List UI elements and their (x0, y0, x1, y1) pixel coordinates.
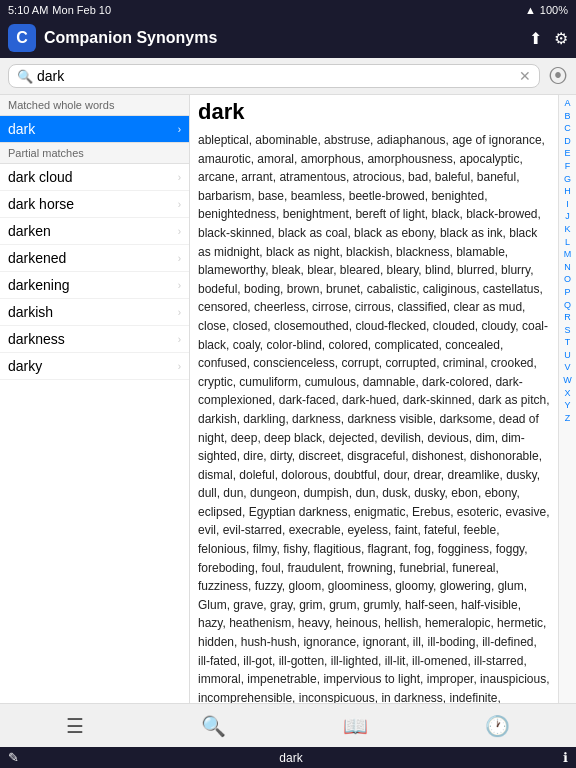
alpha-letter-s[interactable]: S (559, 324, 576, 337)
alpha-letter-d[interactable]: D (559, 135, 576, 148)
alpha-letter-e[interactable]: E (559, 147, 576, 160)
alpha-letter-k[interactable]: K (559, 223, 576, 236)
alpha-letter-h[interactable]: H (559, 185, 576, 198)
chevron-right-icon: › (178, 199, 181, 210)
chevron-right-icon: › (178, 172, 181, 183)
partial-item[interactable]: dark horse› (0, 191, 189, 218)
pencil-icon[interactable]: ✎ (8, 750, 19, 765)
alpha-letter-v[interactable]: V (559, 361, 576, 374)
partial-item[interactable]: darkened› (0, 245, 189, 272)
partial-item[interactable]: dark cloud› (0, 164, 189, 191)
search-input-wrapper: 🔍 ✕ (8, 64, 540, 88)
app-icon: C (8, 24, 36, 52)
bottom-word-label: dark (279, 751, 302, 765)
chevron-right-icon: › (178, 361, 181, 372)
header-icons: ⬆ ⚙ (529, 29, 568, 48)
alpha-letter-z[interactable]: Z (559, 412, 576, 425)
alpha-letter-c[interactable]: C (559, 122, 576, 135)
alpha-letter-g[interactable]: G (559, 173, 576, 186)
content-area: Matched whole words dark › Partial match… (0, 95, 576, 703)
share-icon[interactable]: ⬆ (529, 29, 542, 48)
alphabet-index: ABCDEFGHIJKLMNOPQRSTUVWXYZ (558, 95, 576, 703)
right-header: dark (190, 95, 558, 129)
alpha-letter-n[interactable]: N (559, 261, 576, 274)
more-icon[interactable]: ⚙ (554, 29, 568, 48)
partial-item[interactable]: darkening› (0, 272, 189, 299)
right-panel: dark ableptical, abominable, abstruse, a… (190, 95, 558, 703)
alpha-letter-f[interactable]: F (559, 160, 576, 173)
word-item-dark[interactable]: dark › (0, 116, 189, 142)
header-title: Companion Synonyms (44, 29, 521, 47)
alpha-letter-t[interactable]: T (559, 336, 576, 349)
bottom-toolbar: ☰ 🔍 📖 🕐 (0, 703, 576, 747)
search-toolbar-icon[interactable]: 🔍 (193, 710, 234, 742)
synonyms-content: ableptical, abominable, abstruse, adiaph… (198, 131, 550, 703)
chevron-right-icon: › (178, 280, 181, 291)
search-bar: 🔍 ✕ ⦿ (0, 58, 576, 95)
alpha-letter-o[interactable]: O (559, 273, 576, 286)
search-icon: 🔍 (17, 69, 33, 84)
chevron-right-icon: › (178, 307, 181, 318)
right-content-area: dark ableptical, abominable, abstruse, a… (190, 95, 576, 703)
alpha-letter-a[interactable]: A (559, 97, 576, 110)
alpha-letter-r[interactable]: R (559, 311, 576, 324)
alpha-letter-b[interactable]: B (559, 110, 576, 123)
alpha-letter-u[interactable]: U (559, 349, 576, 362)
partial-item[interactable]: darky› (0, 353, 189, 380)
alpha-letter-y[interactable]: Y (559, 399, 576, 412)
alpha-letter-q[interactable]: Q (559, 299, 576, 312)
partial-item[interactable]: darkish› (0, 299, 189, 326)
alpha-letter-x[interactable]: X (559, 387, 576, 400)
partial-item[interactable]: darken› (0, 218, 189, 245)
chevron-right-icon: › (178, 124, 181, 135)
alpha-letter-i[interactable]: I (559, 198, 576, 211)
synonyms-area[interactable]: ableptical, abominable, abstruse, adiaph… (190, 129, 558, 703)
left-panel: Matched whole words dark › Partial match… (0, 95, 190, 703)
status-time: 5:10 AM (8, 4, 48, 16)
battery-level: 100% (540, 4, 568, 16)
alpha-letter-p[interactable]: P (559, 286, 576, 299)
chevron-right-icon: › (178, 253, 181, 264)
alpha-letter-l[interactable]: L (559, 236, 576, 249)
alpha-letter-j[interactable]: J (559, 210, 576, 223)
partial-item[interactable]: darkness› (0, 326, 189, 353)
home-icon[interactable]: ☰ (58, 710, 92, 742)
partial-matches-list: dark cloud›dark horse›darken›darkened›da… (0, 164, 189, 703)
partial-matches-header: Partial matches (0, 143, 189, 164)
matched-whole-words-header: Matched whole words (0, 95, 189, 116)
header: C Companion Synonyms ⬆ ⚙ (0, 20, 576, 58)
bottom-bar-left-icons: ✎ (8, 750, 19, 765)
word-label: dark (8, 121, 35, 137)
info-icon[interactable]: ℹ (563, 750, 568, 765)
entry-word: dark (198, 99, 244, 125)
status-left: 5:10 AM Mon Feb 10 (8, 4, 111, 16)
search-clear-icon[interactable]: ✕ (519, 68, 531, 84)
chevron-right-icon: › (178, 226, 181, 237)
chevron-right-icon: › (178, 334, 181, 345)
history-icon[interactable]: 🕐 (477, 710, 518, 742)
status-bar: 5:10 AM Mon Feb 10 ▲ 100% (0, 0, 576, 20)
wifi-icon: ▲ (525, 4, 536, 16)
matched-whole-words-list: dark › (0, 116, 189, 143)
search-options-icon[interactable]: ⦿ (548, 65, 568, 88)
search-input[interactable] (37, 68, 515, 84)
bottom-word-bar: ✎ dark ℹ (0, 747, 576, 768)
alpha-letter-m[interactable]: M (559, 248, 576, 261)
book-icon[interactable]: 📖 (335, 710, 376, 742)
alpha-letter-w[interactable]: W (559, 374, 576, 387)
status-date: Mon Feb 10 (52, 4, 111, 16)
status-right: ▲ 100% (525, 4, 568, 16)
bottom-bar-right-icons: ℹ (563, 750, 568, 765)
